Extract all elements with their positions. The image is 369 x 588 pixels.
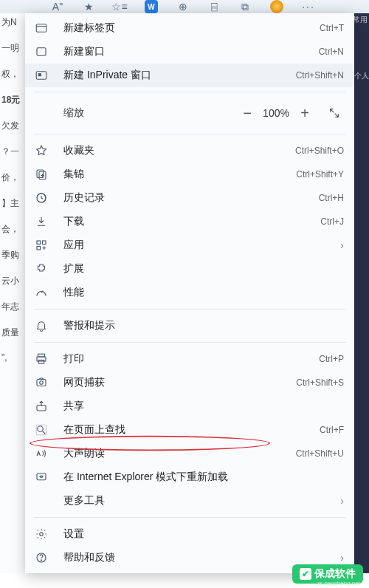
- menu-shortcut: Ctrl+P: [319, 354, 344, 364]
- menu-label: 新建标签页: [63, 21, 320, 35]
- menu-label: 设置: [63, 527, 344, 541]
- zoom-out-button[interactable]: −: [236, 102, 258, 124]
- menu-find[interactable]: 在页面上查找 Ctrl+F: [25, 418, 354, 442]
- menu-label: 共享: [63, 400, 344, 413]
- menu-separator: [34, 309, 345, 310]
- menu-shortcut: Ctrl+Shift+O: [295, 146, 344, 156]
- menu-label: 历史记录: [63, 191, 319, 205]
- performance-toolbar-icon[interactable]: ⧉: [239, 1, 251, 13]
- menu-separator: [34, 134, 345, 134]
- svg-rect-10: [37, 241, 41, 245]
- menu-settings[interactable]: 设置: [25, 522, 354, 546]
- menu-shortcut: Ctrl+Shift+S: [296, 377, 344, 388]
- menu-separator: [34, 92, 345, 92]
- bell-icon: [34, 318, 49, 333]
- menu-zoom: 缩放 − 100% +: [25, 97, 354, 129]
- menu-new-inprivate[interactable]: 新建 InPrivate 窗口 Ctrl+Shift+N: [25, 64, 354, 87]
- watermark-url: zs.baocheng.net: [317, 580, 360, 587]
- svg-rect-15: [38, 360, 44, 364]
- svg-point-17: [40, 381, 44, 385]
- menu-new-tab[interactable]: 新建标签页 Ctrl+T: [25, 16, 354, 40]
- menu-label: 在 Internet Explorer 模式下重新加载: [63, 471, 344, 484]
- menu-shortcut: Ctrl+Shift+N: [296, 70, 344, 81]
- menu-new-window[interactable]: 新建窗口 Ctrl+N: [25, 40, 354, 64]
- menu-extensions[interactable]: 扩展: [25, 257, 354, 281]
- zoom-percent: 100%: [258, 107, 294, 119]
- more-menu-button[interactable]: ···: [303, 1, 314, 13]
- menu-label: 扩展: [63, 262, 344, 276]
- svg-rect-4: [38, 74, 41, 76]
- font-size-button[interactable]: A": [52, 1, 63, 13]
- app-tile-icon[interactable]: W: [145, 0, 158, 13]
- menu-share[interactable]: 共享: [25, 394, 354, 418]
- chevron-right-icon: ›: [340, 495, 344, 507]
- extensions-toolbar-icon[interactable]: ⌸: [208, 1, 220, 13]
- svg-point-25: [41, 560, 41, 561]
- svg-rect-12: [37, 247, 41, 250]
- menu-label: 收藏夹: [63, 144, 295, 157]
- menu-label: 在页面上查找: [63, 423, 320, 437]
- print-icon: [34, 352, 49, 366]
- menu-shortcut: Ctrl+Shift+Y: [296, 169, 344, 180]
- shield-icon: ✔: [300, 568, 311, 580]
- zoom-in-button[interactable]: +: [294, 102, 316, 124]
- menu-label: 帮助和反馈: [63, 551, 336, 564]
- sidebar-label-common: 常用: [353, 15, 368, 25]
- menu-label: 下载: [63, 215, 320, 228]
- menu-shortcut: Ctrl+T: [320, 23, 344, 33]
- svg-rect-16: [37, 380, 46, 386]
- menu-web-capture[interactable]: 网页捕获 Ctrl+Shift+S: [25, 371, 354, 394]
- menu-shortcut: Ctrl+N: [319, 47, 344, 57]
- profile-avatar[interactable]: [270, 0, 283, 13]
- menu-read-aloud[interactable]: 大声朗读 Ctrl+Shift+U: [25, 442, 354, 465]
- menu-label: 打印: [63, 352, 319, 366]
- browser-toolbar: A" ★ ☆≡ W ⊕ ⌸ ⧉ ···: [0, 0, 369, 13]
- fullscreen-button[interactable]: [323, 102, 345, 124]
- svg-line-20: [43, 431, 46, 434]
- menu-shortcut: Ctrl+H: [319, 193, 344, 203]
- gear-icon: [34, 527, 49, 541]
- menu-alerts[interactable]: 警报和提示: [25, 314, 354, 338]
- share-icon: [34, 399, 49, 414]
- ie-mode-icon: [34, 470, 49, 485]
- collections-icon: [34, 167, 49, 182]
- menu-label: 应用: [63, 239, 336, 252]
- menu-favorites[interactable]: 收藏夹 Ctrl+Shift+O: [25, 139, 354, 163]
- collections-toolbar-icon[interactable]: ⊕: [177, 1, 189, 13]
- menu-more-tools[interactable]: 更多工具 ›: [25, 489, 354, 513]
- menu-label: 警报和提示: [63, 319, 344, 332]
- capture-icon: [34, 375, 49, 390]
- menu-label: 性能: [63, 286, 344, 299]
- menu-shortcut: Ctrl+J: [320, 216, 344, 227]
- watermark-text: 保成软件: [314, 567, 356, 581]
- chevron-right-icon: ›: [340, 552, 344, 564]
- apps-icon: [34, 238, 49, 253]
- menu-performance[interactable]: 性能: [25, 281, 354, 304]
- menu-label: 新建窗口: [63, 45, 319, 58]
- favorite-star-icon[interactable]: ★: [83, 1, 94, 13]
- favorites-bar-icon[interactable]: ☆≡: [114, 1, 125, 13]
- menu-label: 新建 InPrivate 窗口: [63, 69, 296, 82]
- menu-label: 大声朗读: [63, 447, 296, 460]
- menu-print[interactable]: 打印 Ctrl+P: [25, 347, 354, 371]
- svg-point-23: [40, 533, 44, 536]
- menu-history[interactable]: 历史记录 Ctrl+H: [25, 186, 354, 210]
- download-icon: [34, 214, 49, 229]
- browser-sidebar[interactable]: [354, 13, 369, 573]
- svg-rect-22: [37, 474, 46, 480]
- menu-downloads[interactable]: 下载 Ctrl+J: [25, 210, 354, 233]
- menu-apps[interactable]: 应用 ›: [25, 233, 354, 257]
- svg-rect-3: [36, 72, 46, 80]
- menu-label: 网页捕获: [63, 376, 296, 389]
- menu-ie-mode[interactable]: 在 Internet Explorer 模式下重新加载: [25, 465, 354, 489]
- svg-point-19: [38, 426, 44, 432]
- zoom-label: 缩放: [63, 106, 236, 120]
- inprivate-icon: [34, 68, 49, 83]
- search-icon: [34, 423, 49, 437]
- menu-collections[interactable]: 集锦 Ctrl+Shift+Y: [25, 163, 354, 186]
- menu-shortcut: Ctrl+F: [320, 425, 344, 435]
- svg-rect-0: [36, 24, 46, 33]
- new-window-icon: [34, 44, 49, 59]
- extensions-icon: [34, 261, 49, 276]
- menu-label: 集锦: [63, 168, 296, 181]
